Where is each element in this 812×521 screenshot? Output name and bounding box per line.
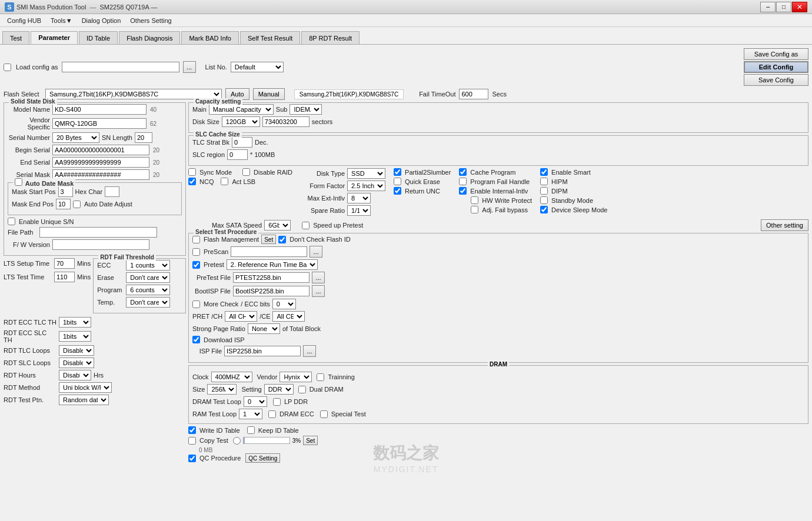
boot-isp-file-input[interactable] — [233, 286, 310, 296]
clock-select[interactable]: 400MHZ — [211, 372, 252, 382]
copy-test-slider[interactable] — [243, 437, 290, 444]
cache-program-checkbox[interactable] — [459, 168, 467, 176]
qc-procedure-checkbox[interactable] — [188, 455, 196, 462]
disk-size-sectors-input[interactable] — [262, 116, 310, 127]
rdt-method-select[interactable]: Uni block W/R — [59, 382, 112, 393]
copy-test-checkbox[interactable] — [188, 437, 196, 445]
pretest-select[interactable]: 2. Reference Run Time Bad — [227, 259, 318, 270]
isp-file-input[interactable] — [224, 346, 301, 356]
hw-write-protect-checkbox[interactable] — [471, 196, 478, 204]
vendor-dram-select[interactable]: Hynix — [279, 372, 312, 382]
dram-test-loop-select[interactable]: 0 — [244, 396, 267, 407]
act-lsb-checkbox[interactable] — [221, 178, 228, 185]
prescan-input[interactable] — [231, 246, 307, 257]
strong-page-ratio-select[interactable]: None — [248, 323, 280, 334]
standby-mode-checkbox[interactable] — [540, 196, 548, 204]
disk-size-select[interactable]: 120GB — [222, 116, 260, 127]
temp-rdt-select[interactable]: Don't care — [126, 297, 170, 308]
file-path-input[interactable] — [39, 227, 157, 238]
auto-date-adjust-checkbox[interactable] — [73, 201, 81, 208]
menu-dialog-option[interactable]: Dialog Option — [77, 14, 126, 26]
lp-ddr-checkbox[interactable] — [273, 398, 281, 406]
edit-config-button[interactable]: Edit Config — [744, 61, 808, 73]
tab-parameter[interactable]: Parameter — [31, 31, 78, 44]
program-fail-handle-checkbox[interactable] — [459, 178, 467, 185]
qc-setting-button[interactable]: QC Setting — [245, 453, 280, 463]
dont-check-flash-id-checkbox[interactable] — [278, 236, 286, 243]
tab-test[interactable]: Test — [2, 31, 29, 44]
adj-fail-bypass-checkbox[interactable] — [471, 206, 478, 213]
rdt-ecc-tlc-th-select[interactable]: 1bits — [59, 317, 91, 328]
dipm-checkbox[interactable] — [540, 187, 548, 195]
setting-dram-select[interactable]: DDR3 — [264, 384, 294, 395]
program-rdt-select[interactable]: 6 counts — [126, 285, 170, 295]
lts-setup-time-input[interactable] — [54, 258, 75, 269]
prescan-browse-button[interactable]: ... — [310, 246, 322, 258]
max-ext-intlv-select[interactable]: 8 — [347, 193, 371, 203]
copy-test-radio-left[interactable] — [233, 437, 241, 445]
pretest-checkbox[interactable] — [192, 261, 200, 269]
ncq-checkbox[interactable] — [188, 178, 196, 185]
pret-ch-select[interactable]: All CH — [225, 311, 257, 322]
lts-test-time-input[interactable] — [54, 272, 75, 282]
device-sleep-mode-checkbox[interactable] — [540, 206, 548, 213]
spare-ratio-select[interactable]: 1/16 — [347, 205, 371, 216]
serial-number-select[interactable]: 20 Bytes — [52, 132, 99, 143]
ram-test-loop-select[interactable]: 1 — [239, 409, 262, 419]
sub-cap-select[interactable]: IDEMA — [289, 104, 322, 115]
close-button[interactable]: ✕ — [792, 2, 807, 12]
special-test-checkbox[interactable] — [320, 410, 328, 418]
mask-end-pos-input[interactable] — [56, 199, 71, 209]
tab-8p-rdt-result[interactable]: 8P RDT Result — [301, 31, 360, 44]
disk-type-select[interactable]: SSD — [347, 168, 385, 179]
isp-browse-button[interactable]: ... — [303, 345, 316, 357]
dual-dram-checkbox[interactable] — [298, 386, 306, 393]
pretest-file-browse-button[interactable]: ... — [312, 272, 325, 283]
other-setting-button[interactable]: Other setting — [761, 219, 808, 231]
rdt-test-ptn-select[interactable]: Random data — [59, 395, 109, 405]
boot-isp-browse-button[interactable]: ... — [312, 285, 325, 297]
slc-region-input[interactable] — [227, 149, 248, 160]
hex-char-input[interactable] — [105, 186, 119, 197]
save-config-button[interactable]: Save Config — [744, 74, 808, 86]
menu-config-hub[interactable]: Config HUB — [2, 14, 46, 26]
auto-date-mask-checkbox[interactable] — [15, 178, 22, 186]
tlc-strat-bk-input[interactable] — [232, 137, 252, 148]
main-cap-select[interactable]: Manual Capacity — [209, 104, 274, 115]
maximize-button[interactable]: □ — [776, 2, 791, 12]
download-isp-checkbox[interactable] — [192, 336, 200, 343]
keep-id-table-checkbox[interactable] — [247, 426, 255, 434]
enable-smart-checkbox[interactable] — [540, 168, 548, 176]
max-sata-speed-select[interactable]: 6Gb — [264, 220, 291, 231]
minimize-button[interactable]: − — [760, 2, 776, 12]
begin-serial-input[interactable] — [52, 145, 149, 155]
flash-management-checkbox[interactable] — [192, 236, 200, 243]
trainning-checkbox[interactable] — [317, 373, 324, 381]
rdt-slc-loops-select[interactable]: Disable — [59, 358, 94, 368]
return-unc-checkbox[interactable] — [394, 187, 401, 195]
hipm-checkbox[interactable] — [540, 178, 548, 185]
form-factor-select[interactable]: 2.5 Inch — [347, 181, 385, 191]
ice-select[interactable]: All CE — [272, 311, 305, 322]
tab-mark-bad-info[interactable]: Mark BAD Info — [181, 31, 239, 44]
mask-start-pos-input[interactable] — [58, 186, 73, 197]
tab-flash-diagnosis[interactable]: Flash Diagnosis — [119, 31, 180, 44]
load-config-input[interactable] — [62, 62, 179, 72]
tab-self-test-result[interactable]: Self Test Result — [240, 31, 300, 44]
erase-rdt-select[interactable]: Don't care — [126, 272, 170, 283]
ecc-rdt-select[interactable]: 1 counts — [126, 260, 170, 270]
rdt-ecc-slc-th-select[interactable]: 1bits — [59, 331, 91, 342]
menu-others-setting[interactable]: Others Setting — [125, 14, 176, 26]
rdt-tlc-loops-select[interactable]: Disable — [59, 345, 94, 356]
disable-raid-checkbox[interactable] — [242, 168, 250, 176]
load-config-checkbox[interactable] — [4, 64, 11, 71]
enable-unique-sn-checkbox[interactable] — [8, 218, 15, 225]
more-check-checkbox[interactable] — [192, 300, 200, 308]
menu-tools[interactable]: Tools▼ — [46, 14, 77, 26]
list-no-select[interactable]: Default — [231, 62, 284, 72]
sn-length-input[interactable] — [135, 132, 152, 143]
dram-ecc-checkbox[interactable] — [268, 410, 276, 418]
manual-button[interactable]: Manual — [253, 88, 285, 100]
ecc-bits-select[interactable]: 0 — [272, 299, 296, 309]
write-id-table-checkbox[interactable] — [188, 426, 196, 434]
